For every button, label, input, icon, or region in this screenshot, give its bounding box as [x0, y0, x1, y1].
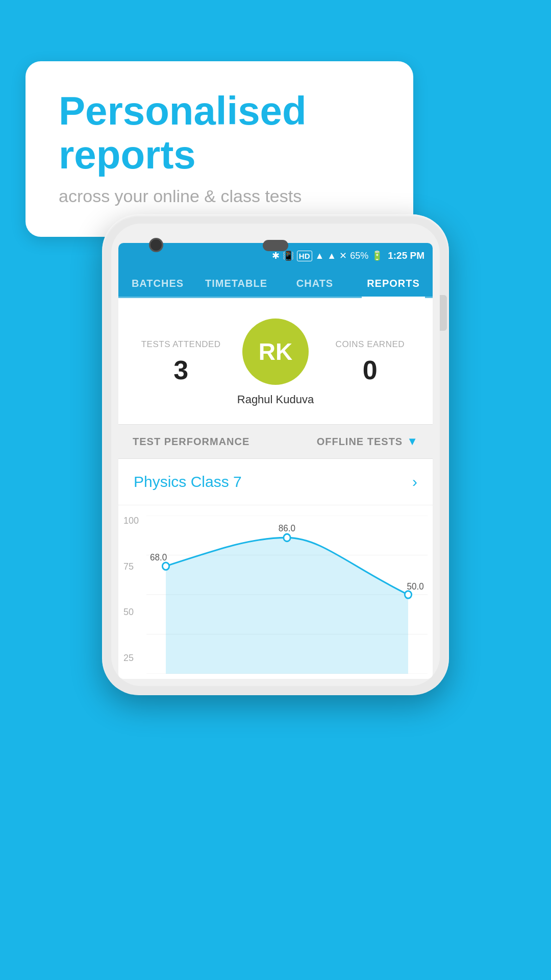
chart-y-labels: 100 75 50 25 — [123, 516, 139, 664]
phone-mockup: ✱ 📳 HD ▲ ▲ ✕ 65% 🔋 1:25 PM BATCHES — [102, 214, 449, 695]
status-icons: ✱ 📳 HD ▲ ▲ ✕ 65% 🔋 1:25 PM — [272, 250, 424, 261]
section-bar-label: TEST PERFORMANCE — [133, 436, 249, 448]
coins-earned-value: 0 — [323, 355, 417, 385]
profile-section: TESTS ATTENDED 3 RK Raghul Kuduva COINS … — [118, 298, 433, 424]
user-name: Raghul Kuduva — [237, 393, 314, 406]
coins-earned-block: COINS EARNED 0 — [323, 339, 417, 385]
tests-attended-value: 3 — [134, 355, 228, 385]
tests-attended-block: TESTS ATTENDED 3 — [134, 339, 228, 385]
class-row[interactable]: Physics Class 7 › — [118, 459, 433, 505]
y-label-25: 25 — [123, 653, 139, 664]
phone-top-hardware — [118, 231, 433, 243]
avatar-block: RK Raghul Kuduva — [228, 318, 322, 406]
phone-side-button — [440, 295, 447, 331]
avatar: RK — [242, 318, 309, 385]
tab-reports[interactable]: REPORTS — [354, 268, 433, 297]
speech-bubble: Personalised reports across your online … — [26, 61, 413, 237]
wifi-icon: ▲ — [315, 251, 324, 261]
y-label-100: 100 — [123, 516, 139, 526]
chart-label-2: 50.0 — [407, 581, 424, 592]
bubble-subtitle: across your online & class tests — [59, 186, 380, 206]
y-label-50: 50 — [123, 607, 139, 618]
chart-svg-container: 68.0 86.0 50.0 — [146, 516, 428, 674]
class-name: Physics Class 7 — [134, 473, 242, 491]
tab-timetable[interactable]: TIMETABLE — [197, 268, 276, 297]
line-chart: 68.0 86.0 50.0 — [146, 516, 428, 674]
chart-label-0: 68.0 — [150, 552, 167, 562]
nav-tabs: BATCHES TIMETABLE CHATS REPORTS — [118, 268, 433, 298]
offline-tests-dropdown[interactable]: OFFLINE TESTS ▼ — [317, 435, 418, 448]
offline-tests-label: OFFLINE TESTS — [317, 436, 403, 448]
battery-text: 65% — [350, 251, 368, 261]
tests-attended-label: TESTS ATTENDED — [134, 339, 228, 350]
front-camera — [149, 238, 163, 252]
phone-screen: ✱ 📳 HD ▲ ▲ ✕ 65% 🔋 1:25 PM BATCHES — [118, 243, 433, 679]
time-display: 1:25 PM — [388, 250, 424, 261]
phone-middle: ✱ 📳 HD ▲ ▲ ✕ 65% 🔋 1:25 PM BATCHES — [111, 224, 440, 686]
bubble-title: Personalised reports — [59, 89, 380, 177]
tab-chats[interactable]: CHATS — [276, 268, 354, 297]
coins-earned-label: COINS EARNED — [323, 339, 417, 350]
signal-x-icon: ✕ — [339, 250, 347, 261]
chart-label-1: 86.0 — [279, 523, 295, 533]
hd-icon: HD — [297, 251, 312, 261]
class-arrow-icon: › — [412, 473, 417, 491]
signal-icon: ▲ — [327, 251, 336, 261]
chart-dot-0 — [162, 562, 169, 570]
y-label-75: 75 — [123, 561, 139, 572]
chart-dot-1 — [284, 534, 290, 541]
chevron-down-icon: ▼ — [407, 435, 418, 448]
bluetooth-icon: ✱ — [272, 250, 280, 261]
tab-batches[interactable]: BATCHES — [118, 268, 197, 297]
chart-dot-2 — [405, 591, 411, 598]
phone-outer: ✱ 📳 HD ▲ ▲ ✕ 65% 🔋 1:25 PM BATCHES — [102, 214, 449, 695]
phone-speaker — [263, 240, 288, 251]
avatar-initials: RK — [259, 338, 292, 365]
chart-fill — [166, 537, 408, 674]
chart-area: 100 75 50 25 — [118, 505, 433, 679]
vibrate-icon: 📳 — [283, 250, 294, 261]
battery-icon: 🔋 — [371, 250, 383, 261]
section-bar: TEST PERFORMANCE OFFLINE TESTS ▼ — [118, 424, 433, 459]
